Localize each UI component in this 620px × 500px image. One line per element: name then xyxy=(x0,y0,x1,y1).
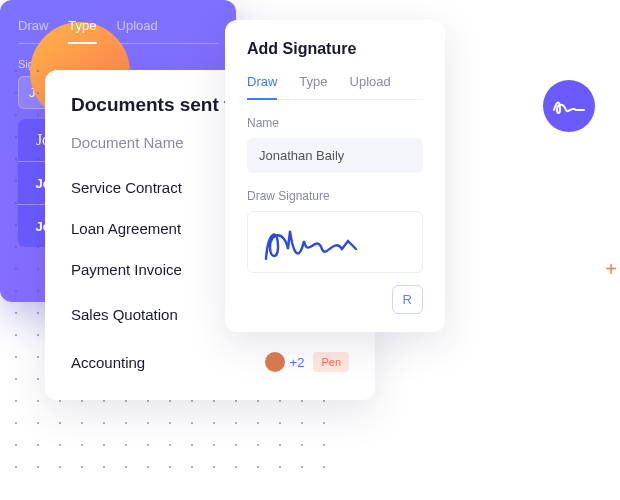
add-signature-title: Add Signature xyxy=(247,40,423,58)
members-group: +2 Pen xyxy=(263,350,349,374)
tab-draw[interactable]: Draw xyxy=(18,18,48,43)
reset-button[interactable]: R xyxy=(392,285,423,314)
tab-type[interactable]: Type xyxy=(299,74,327,99)
extra-count-badge: +2 xyxy=(290,355,305,370)
name-label: Name xyxy=(247,116,423,130)
tab-upload[interactable]: Upload xyxy=(117,18,158,43)
signature-tabs: Draw Type Upload xyxy=(247,74,423,100)
name-input[interactable] xyxy=(247,138,423,173)
tab-draw[interactable]: Draw xyxy=(247,74,277,99)
add-signature-card: Add Signature Draw Type Upload Name Draw… xyxy=(225,20,445,332)
type-panel-tabs: Draw Type Upload xyxy=(18,18,218,44)
tab-type[interactable]: Type xyxy=(68,18,96,43)
document-name: Accounting xyxy=(71,354,263,371)
table-row[interactable]: Accounting +2 Pen xyxy=(71,338,349,386)
draw-label: Draw Signature xyxy=(247,189,423,203)
signature-canvas[interactable] xyxy=(247,211,423,273)
signature-badge-icon xyxy=(543,80,595,132)
decorative-plus-icon: + xyxy=(605,258,617,281)
avatar xyxy=(263,350,287,374)
status-badge: Pen xyxy=(313,352,349,372)
tab-upload[interactable]: Upload xyxy=(350,74,391,99)
